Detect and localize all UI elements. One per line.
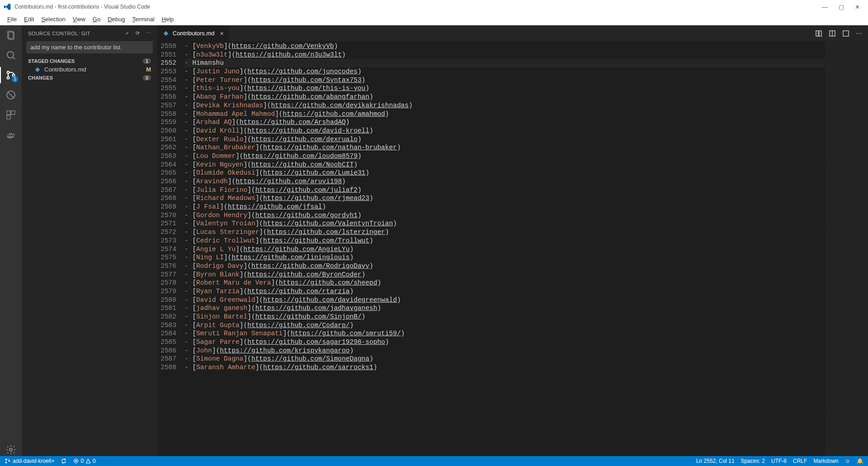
line-number: 2559 (157, 118, 176, 127)
code-line[interactable]: - [n3u3w3lt](https://github.com/n3u3w3lt… (184, 51, 825, 59)
code-line[interactable]: - [John](https://github.com/krispykangar… (184, 347, 825, 355)
code-line[interactable]: - [Nathan_Brubaker](https://github.com/n… (184, 143, 825, 152)
code-line[interactable]: - [Justin Juno](https://github.com/junoc… (184, 67, 825, 76)
menu-view[interactable]: View (69, 15, 89, 24)
status-problems[interactable]: 0 0 (73, 458, 95, 464)
code-line[interactable]: - [Simone Dagna](https://github.com/Simo… (184, 355, 825, 363)
status-language[interactable]: Markdown (813, 458, 838, 464)
line-number: 2577 (157, 271, 176, 279)
refresh-icon[interactable]: ⟳ (136, 30, 140, 36)
status-encoding[interactable]: UTF-8 (771, 458, 787, 464)
code-line[interactable]: - [Robert Maru de Vera](https://github.c… (184, 279, 825, 287)
code-line[interactable]: - [Ryan Tarzia](https://github.com/rtarz… (184, 287, 825, 296)
code-line[interactable]: - [Peter Turner](https://github.com/Synt… (184, 76, 825, 85)
code-line[interactable]: - [Smruti Ranjan Senapati](https://githu… (184, 329, 825, 338)
maximize-icon[interactable]: ▢ (839, 4, 844, 10)
editor-body[interactable]: 2550255125522553255425552556255725582559… (157, 41, 868, 456)
code-line[interactable]: - [Dexter Rualo](https://github.com/dexr… (184, 135, 825, 144)
status-bell-icon[interactable]: 🔔 (857, 458, 863, 464)
open-preview-icon[interactable] (842, 30, 849, 37)
code-line[interactable]: - [Ning LI](https://github.com/lininglou… (184, 253, 825, 262)
code-line[interactable]: - [Sinjon Bartel](https://github.com/Sin… (184, 313, 825, 321)
staged-file-row[interactable]: Contributors.md M (22, 65, 157, 74)
menu-help[interactable]: Help (158, 15, 178, 24)
staged-changes-header[interactable]: STAGED CHANGES 1 (22, 57, 157, 65)
minimize-icon[interactable]: — (822, 4, 828, 10)
code-line[interactable]: - [J Fsal](https://github.com/jfsal) (184, 203, 825, 211)
errors-count: 0 (80, 458, 84, 464)
code-line[interactable]: - [Mohammad Apel Mahmod](https://github.… (184, 110, 825, 119)
compare-icon[interactable] (815, 30, 822, 37)
source-control-icon[interactable]: 1 (5, 69, 17, 81)
code-line[interactable]: - [Cedric Trollwut](https://github.com/T… (184, 237, 825, 245)
code-line[interactable]: - [Aravindh](https://github.com/aruvi198… (184, 177, 825, 186)
code-line[interactable]: - [David Kröll](https://github.com/david… (184, 127, 825, 135)
extensions-icon[interactable] (5, 109, 17, 121)
code-line[interactable]: - [Rodrigo Davy](https://github.com/Rodr… (184, 262, 825, 271)
status-spaces[interactable]: Spaces: 2 (741, 458, 765, 464)
line-number: 2586 (157, 347, 176, 355)
debug-icon[interactable] (5, 89, 17, 101)
explorer-icon[interactable] (5, 29, 17, 42)
code-line[interactable]: - [Arshad AQ](https://github.com/ArshadA… (184, 118, 825, 127)
svg-rect-9 (7, 111, 10, 114)
code-content[interactable]: - [VenkyVb](https://github.com/VenkyVb)-… (184, 41, 825, 456)
menu-selection[interactable]: Selection (38, 15, 69, 24)
code-line[interactable]: - Himanshu (184, 59, 825, 67)
editor-more-icon[interactable]: ⋯ (856, 30, 862, 37)
code-line[interactable]: - [VenkyVb](https://github.com/VenkyVb) (184, 42, 825, 51)
status-eol[interactable]: CRLF (793, 458, 807, 464)
menu-go[interactable]: Go (89, 15, 104, 24)
code-line[interactable]: - [Sagar Parre](https://github.com/sagar… (184, 338, 825, 347)
code-line[interactable]: - [jadhav ganesh](https://github.com/jad… (184, 304, 825, 313)
tab-close-icon[interactable]: × (220, 30, 223, 37)
line-number: 2571 (157, 219, 176, 228)
code-line[interactable]: - [Valentyn Troian](https://github.com/V… (184, 219, 825, 228)
code-line[interactable]: - [Julia Fiorino](https://github.com/jul… (184, 186, 825, 195)
svg-point-2 (7, 52, 14, 58)
code-line[interactable]: - [Abang Farhan](https://github.com/aban… (184, 93, 825, 101)
more-icon[interactable]: ⋯ (146, 30, 151, 36)
line-number: 2550 (157, 42, 176, 51)
staged-file-status: M (146, 66, 151, 73)
line-number: 2556 (157, 93, 176, 101)
tab-contributors[interactable]: Contributors.md × (157, 25, 230, 41)
code-line[interactable]: - [Lucas Sterzinger](https://github.com/… (184, 228, 825, 237)
menu-edit[interactable]: Edit (20, 15, 38, 24)
status-lncol[interactable]: Ln 2552, Col 11 (696, 458, 735, 464)
commit-message-input[interactable] (26, 41, 153, 53)
status-sync[interactable] (61, 458, 67, 464)
code-line[interactable]: - [David Greenwald](https://github.com/d… (184, 296, 825, 304)
changes-count-badge: 0 (143, 75, 151, 81)
code-line[interactable]: - [this-is-you](https://github.com/this-… (184, 84, 825, 93)
code-line[interactable]: - [Angie L Yu](https://github.com/AngieL… (184, 245, 825, 254)
code-line[interactable]: - [Arpit Gupta](https://github.com/Codar… (184, 321, 825, 330)
code-line[interactable]: - [Byron Blank](https://github.com/Byron… (184, 271, 825, 279)
status-branch[interactable]: add-david-kroell+ (5, 458, 54, 464)
minimap[interactable] (825, 41, 868, 456)
split-editor-icon[interactable] (829, 30, 836, 37)
svg-point-12 (9, 448, 12, 451)
code-line[interactable]: - [Olumide Okedusi](https://github.com/L… (184, 169, 825, 177)
svg-rect-14 (819, 31, 821, 36)
code-line[interactable]: - [Richard Meadows](https://github.com/r… (184, 194, 825, 203)
commit-message-box (26, 41, 153, 53)
code-line[interactable]: - [Devika Krishnadas](https://github.com… (184, 101, 825, 110)
line-number: 2583 (157, 321, 176, 330)
status-feedback-icon[interactable]: ☺ (845, 458, 850, 464)
code-line[interactable]: - [Saransh Amharte](https://github.com/s… (184, 363, 825, 372)
commit-check-icon[interactable]: ✓ (125, 30, 129, 36)
settings-gear-icon[interactable] (5, 443, 17, 456)
search-icon[interactable] (5, 49, 17, 62)
code-line[interactable]: - [Gordon Hendry](https://github.com/gor… (184, 211, 825, 220)
close-window-icon[interactable]: ✕ (855, 4, 860, 10)
staged-changes-label: STAGED CHANGES (28, 58, 75, 64)
menu-debug[interactable]: Debug (104, 15, 128, 24)
changes-header[interactable]: CHANGES 0 (22, 74, 157, 82)
menu-file[interactable]: File (4, 15, 20, 24)
menu-terminal[interactable]: Terminal (128, 15, 158, 24)
docker-icon[interactable] (5, 128, 17, 141)
code-line[interactable]: - [Kevin Nguyen](https://github.com/Noob… (184, 161, 825, 169)
svg-point-19 (5, 462, 7, 464)
code-line[interactable]: - [Lou Dommer](https://github.com/loudom… (184, 152, 825, 161)
